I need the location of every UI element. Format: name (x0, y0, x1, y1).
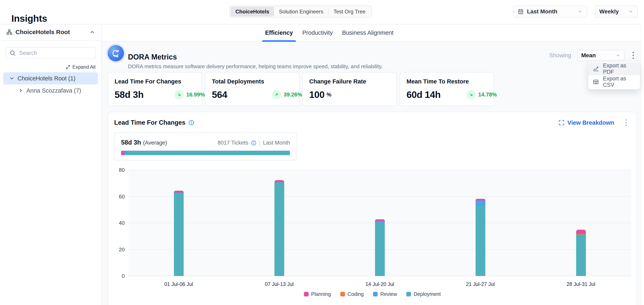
x-axis-label: 21 Jul-27 Jul (466, 281, 495, 287)
metric-card-total-deployments: Total Deployments56439.26% (205, 72, 300, 106)
bar-segment-planning (174, 191, 184, 193)
chevron-up-icon[interactable] (90, 29, 95, 35)
x-axis-label: 01 Jul-06 Jul (164, 281, 193, 287)
legend-item-review[interactable]: Review (373, 291, 397, 297)
search-box[interactable] (6, 47, 96, 59)
tree-item[interactable]: Anna Scozzafava (7) (3, 84, 98, 97)
org-tab-test-org-tree[interactable]: Test Org Tree (328, 7, 370, 16)
chart-legend: PlanningCodingReviewDeployment (108, 291, 636, 297)
summary-divider: | (259, 139, 261, 146)
legend-item-deployment[interactable]: Deployment (406, 291, 441, 297)
chevron-down-icon (628, 9, 634, 14)
info-icon[interactable] (251, 140, 256, 146)
bar-segment-review (375, 221, 385, 223)
trend-down-icon (177, 92, 182, 97)
trend-up-icon (274, 92, 279, 97)
metric-card-value-row: 58d 3h16.99% (114, 89, 196, 100)
chevron-down-icon (616, 53, 620, 58)
bar-segment-deployment (576, 235, 586, 276)
org-tree-icon (6, 29, 12, 35)
summary-value: 58d 3h (121, 139, 141, 146)
trend-percent: 16.99% (186, 92, 205, 98)
bar-segment-planning (274, 180, 284, 182)
dora-metrics-icon (108, 45, 124, 61)
chart-summary-box: 58d 3h (Average) 8017 Tickets | Last Mon… (114, 132, 297, 160)
x-axis-label: 07 Jul-13 Jul (265, 281, 294, 287)
export-as-csv-menu-item[interactable]: Export as CSV (588, 75, 640, 88)
sidebar-header[interactable]: ChoiceHotels Root (0, 24, 101, 41)
bar-14-jul-20-jul[interactable] (375, 219, 385, 276)
bar-07-jul-13-jul[interactable] (274, 180, 284, 276)
bar-21-jul-27-jul[interactable] (476, 199, 485, 276)
org-tab-choicehotels[interactable]: ChoiceHotels (230, 7, 274, 16)
export-as-pdf-menu-item[interactable]: Export as PDF (588, 62, 640, 75)
chart-card-header: Lead Time For Changes View Breakdown (114, 118, 629, 127)
metric-card-value-row: 56439.26% (212, 89, 293, 100)
chart-export-icon (593, 66, 599, 72)
scrollbar-gutter[interactable] (641, 24, 644, 305)
chart-title: Lead Time For Changes (114, 119, 186, 126)
dora-kebab-menu-icon[interactable] (630, 50, 636, 60)
metric-card-mean-time-to-restore: Mean Time To Restore60d 14h14.78% (400, 72, 494, 106)
metric-card-value-row: 60d 14h14.78% (406, 89, 488, 100)
metric-card-value: 100 (309, 89, 324, 100)
granularity-select[interactable]: Weekly (595, 6, 638, 17)
search-input[interactable] (19, 49, 93, 56)
tree-item-label: ChoiceHotels Root (1) (18, 75, 75, 82)
y-tick-label: 40 (110, 220, 125, 226)
main-content: EfficiencyProductivityBusiness Alignment… (102, 24, 644, 305)
top-bar: Insights ChoiceHotelsSolution EngineersT… (0, 0, 644, 24)
legend-swatch-deployment (406, 292, 411, 297)
chevron-down-icon (577, 9, 583, 14)
legend-item-coding[interactable]: Coding (340, 291, 364, 297)
y-tick-label: 80 (110, 167, 125, 173)
x-axis-label: 28 Jul-31 Jul (566, 281, 596, 287)
summary-period: Last Month (263, 140, 290, 146)
dora-metrics-title: DORA Metrics (128, 53, 177, 61)
chart-kebab-menu-icon[interactable] (624, 118, 629, 127)
tree-item-label: Anna Scozzafava (7) (26, 87, 81, 94)
y-tick-label: 60 (110, 194, 125, 200)
tree-item[interactable]: ChoiceHotels Root (1) (3, 72, 98, 84)
legend-label: Deployment (414, 291, 441, 297)
trend-badge: 39.26% (272, 90, 302, 99)
tab-efficiency[interactable]: Efficiency (262, 24, 296, 41)
showing-select[interactable]: Mean (577, 50, 624, 61)
expand-all-icon (66, 65, 70, 69)
legend-swatch-coding (340, 292, 345, 297)
info-icon[interactable] (188, 120, 194, 126)
period-select[interactable]: Last Month (513, 6, 587, 17)
metric-card-change-failure-rate: Change Failure Rate100% (302, 72, 397, 106)
metric-card-value-row: 100% (309, 89, 391, 100)
search-icon (9, 50, 16, 56)
metric-card-unit: % (326, 92, 331, 98)
calendar-icon (518, 8, 524, 15)
metric-card-value: 564 (212, 89, 227, 100)
dora-metrics-description: DORA metrics measure software delivery p… (128, 63, 382, 70)
y-tick-label: 20 (110, 247, 125, 253)
main-tabs: EfficiencyProductivityBusiness Alignment (102, 24, 644, 42)
bar-01-jul-06-jul[interactable] (174, 191, 184, 276)
bar-28-jul-31-jul[interactable] (576, 230, 586, 276)
metric-card-title: Change Failure Rate (309, 78, 390, 85)
org-tab-solution-engineers[interactable]: Solution Engineers (274, 7, 328, 16)
org-tree: ChoiceHotels Root (1)Anna Scozzafava (7) (3, 72, 98, 97)
legend-swatch-review (373, 292, 378, 297)
showing-row: Showing Mean (549, 50, 636, 61)
page-title: Insights (12, 13, 47, 24)
view-breakdown-button[interactable]: View Breakdown (558, 119, 614, 126)
table-icon (593, 79, 599, 85)
legend-swatch-planning (304, 292, 308, 297)
view-breakdown-label: View Breakdown (568, 119, 614, 126)
bar-segment-planning (476, 199, 485, 200)
sidebar: ChoiceHotels Root Expand All ChoiceHotel… (0, 24, 102, 305)
tab-business-alignment[interactable]: Business Alignment (339, 24, 396, 41)
lead-time-chart-card: Lead Time For Changes View Breakdown 58d… (108, 112, 637, 305)
expand-all-button[interactable]: Expand All (66, 64, 96, 70)
bar-segment-review (476, 200, 485, 206)
bar-segment-deployment (375, 223, 385, 276)
bar-segment-planning (576, 230, 586, 234)
expand-corners-icon (558, 120, 564, 126)
legend-item-planning[interactable]: Planning (304, 291, 331, 297)
tab-productivity[interactable]: Productivity (299, 24, 336, 41)
